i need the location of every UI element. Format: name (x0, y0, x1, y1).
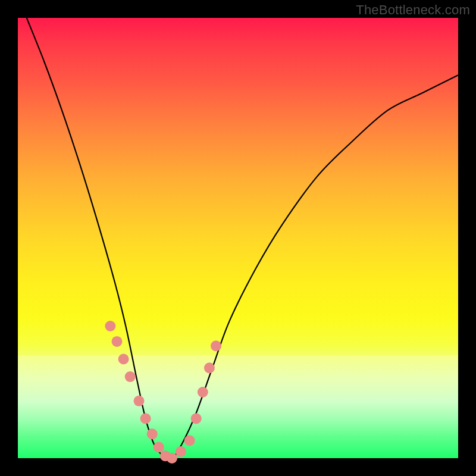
curve-layer (18, 18, 458, 458)
highlight-dot (154, 442, 164, 453)
highlight-dot (105, 321, 115, 331)
highlight-dots (105, 321, 221, 464)
highlight-dot (204, 362, 215, 373)
highlight-dot (211, 340, 221, 351)
watermark-text: TheBottleneck.com (356, 2, 470, 18)
bottleneck-curve (27, 18, 458, 458)
highlight-dot (147, 428, 158, 439)
highlight-dot (184, 435, 195, 446)
highlight-dot (118, 354, 129, 365)
highlight-dot (112, 336, 123, 347)
chart-frame: TheBottleneck.com (0, 0, 476, 476)
highlight-dot (176, 446, 186, 457)
highlight-dot (198, 387, 208, 397)
highlight-dot (134, 396, 145, 406)
highlight-dot (125, 371, 136, 382)
highlight-dot (167, 453, 177, 464)
highlight-dot (140, 413, 151, 424)
highlight-dot (191, 413, 202, 424)
